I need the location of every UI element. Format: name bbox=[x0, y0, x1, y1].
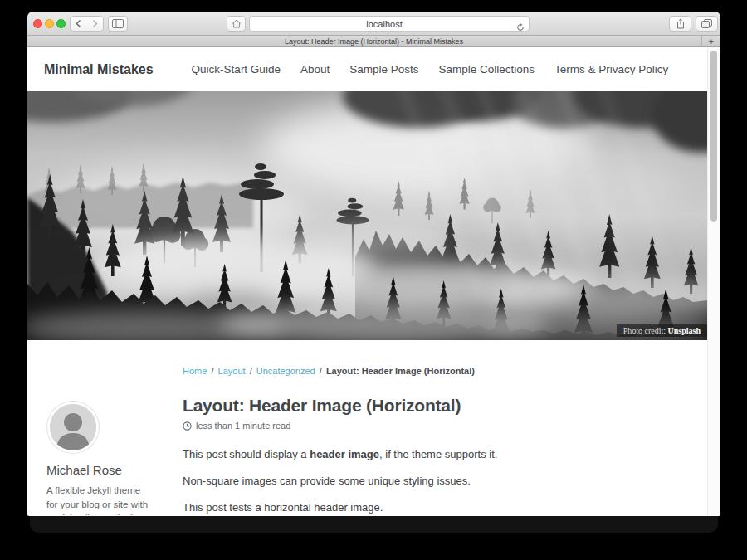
sidebar-toggle-button[interactable] bbox=[108, 16, 128, 32]
nav-sample-posts[interactable]: Sample Posts bbox=[349, 63, 418, 75]
nav-about[interactable]: About bbox=[300, 63, 330, 75]
page-content: Minimal Mistakes Quick-Start Guide About… bbox=[27, 47, 707, 515]
paragraph-1-text: , if the theme supports it. bbox=[379, 448, 497, 460]
home-icon bbox=[232, 19, 242, 28]
photo-credit-link[interactable]: Unsplash bbox=[668, 326, 701, 335]
breadcrumb-home[interactable]: Home bbox=[183, 366, 207, 376]
author-bio: A flexible Jekyll theme for your blog or… bbox=[46, 484, 153, 515]
read-time: less than 1 minute read bbox=[196, 421, 290, 431]
article-main: Layout: Header Image (Horizontal) less t… bbox=[183, 396, 681, 515]
minimize-window-button[interactable] bbox=[45, 19, 54, 28]
chevron-left-icon bbox=[75, 19, 82, 28]
paragraph-2: Non-square images can provide some uniqu… bbox=[183, 474, 681, 489]
forward-button[interactable] bbox=[87, 17, 104, 31]
nav-sample-collections[interactable]: Sample Collections bbox=[438, 63, 535, 75]
history-nav-group bbox=[70, 16, 104, 32]
close-window-button[interactable] bbox=[33, 19, 42, 28]
breadcrumb-separator: / bbox=[320, 366, 322, 376]
page-title: Layout: Header Image (Horizontal) bbox=[183, 396, 681, 416]
share-icon bbox=[676, 18, 686, 29]
breadcrumb-current: Layout: Header Image (Horizontal) bbox=[326, 366, 475, 376]
share-button[interactable] bbox=[669, 16, 691, 32]
breadcrumb-uncategorized[interactable]: Uncategorized bbox=[256, 366, 315, 376]
breadcrumb-layout[interactable]: Layout bbox=[218, 366, 246, 376]
photo-credit: Photo credit: Unsplash bbox=[617, 324, 707, 337]
tab-overview-button[interactable] bbox=[696, 16, 718, 32]
url-input[interactable] bbox=[250, 17, 529, 31]
photo-credit-label: Photo credit: bbox=[623, 326, 668, 335]
foggy-forest-illustration bbox=[27, 91, 707, 340]
home-button[interactable] bbox=[227, 16, 246, 32]
avatar bbox=[47, 402, 99, 453]
nav-quick-start-guide[interactable]: Quick-Start Guide bbox=[192, 63, 281, 75]
site-title-link[interactable]: Minimal Mistakes bbox=[44, 62, 154, 77]
reload-icon bbox=[516, 23, 525, 32]
sidebar-icon bbox=[112, 19, 124, 28]
paragraph-1-text: This post should display a bbox=[183, 448, 310, 460]
breadcrumb-separator: / bbox=[211, 366, 213, 376]
clock-icon bbox=[183, 421, 192, 431]
breadcrumb-separator: / bbox=[250, 366, 252, 376]
page-viewport: Minimal Mistakes Quick-Start Guide About… bbox=[27, 47, 720, 515]
scrollbar-track[interactable] bbox=[707, 47, 720, 515]
browser-toolbar bbox=[27, 12, 720, 36]
person-silhouette-icon bbox=[50, 404, 96, 450]
author-sidebar: Michael Rose A flexible Jekyll theme for… bbox=[44, 396, 183, 515]
address-bar bbox=[249, 16, 530, 32]
page-meta: less than 1 minute read bbox=[183, 421, 681, 431]
new-tab-button[interactable]: + bbox=[701, 36, 720, 46]
hero-image: Photo credit: Unsplash bbox=[27, 91, 707, 340]
article-section: Home / Layout / Uncategorized / Layout: … bbox=[27, 340, 707, 515]
site-nav: Quick-Start Guide About Sample Posts Sam… bbox=[192, 63, 669, 75]
paragraph-1: This post should display a header image,… bbox=[183, 447, 681, 462]
zoom-window-button[interactable] bbox=[56, 19, 66, 28]
back-button[interactable] bbox=[71, 17, 87, 31]
site-masthead: Minimal Mistakes Quick-Start Guide About… bbox=[27, 47, 707, 91]
active-tab[interactable]: Layout: Header Image (Horizontal) - Mini… bbox=[285, 37, 463, 46]
paragraph-1-bold: header image bbox=[310, 448, 379, 460]
browser-window: Layout: Header Image (Horizontal) - Mini… bbox=[27, 12, 720, 516]
author-name: Michael Rose bbox=[46, 463, 183, 477]
breadcrumb: Home / Layout / Uncategorized / Layout: … bbox=[183, 366, 691, 376]
nav-terms-privacy[interactable]: Terms & Privacy Policy bbox=[554, 63, 668, 75]
tab-bar: Layout: Header Image (Horizontal) - Mini… bbox=[27, 36, 720, 47]
tabs-icon bbox=[701, 19, 712, 28]
paragraph-3: This post tests a horizontal header imag… bbox=[183, 500, 681, 515]
reload-button[interactable] bbox=[516, 20, 525, 35]
screenshot-stage: Layout: Header Image (Horizontal) - Mini… bbox=[0, 0, 747, 560]
scrollbar-thumb[interactable] bbox=[710, 51, 717, 222]
chevron-right-icon bbox=[91, 19, 99, 28]
